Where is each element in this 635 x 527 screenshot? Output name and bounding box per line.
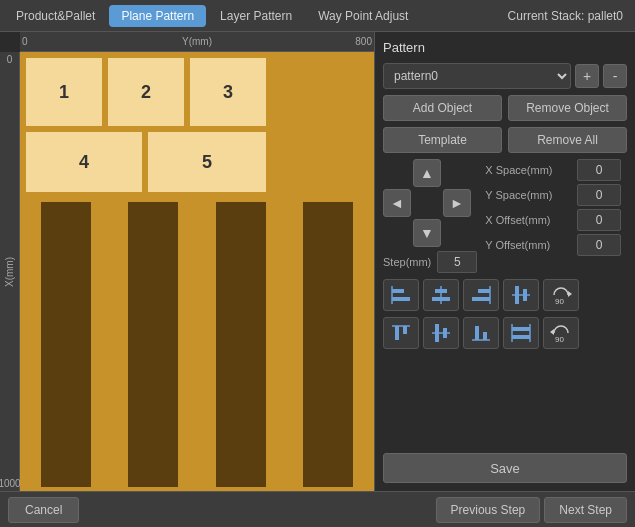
tab-plane-pattern[interactable]: Plane Pattern <box>109 5 206 27</box>
svg-rect-14 <box>395 326 399 340</box>
y-offset-input[interactable] <box>577 234 621 256</box>
bottom-bar: Cancel Previous Step Next Step <box>0 491 635 527</box>
y-space-label: Y Space(mm) <box>485 189 573 201</box>
y-space-input[interactable] <box>577 184 621 206</box>
dpad-left[interactable]: ◄ <box>383 189 411 217</box>
ruler-top-end: 800 <box>355 36 372 47</box>
box-4[interactable]: 4 <box>24 130 144 194</box>
svg-rect-23 <box>512 327 530 331</box>
rotate-cw-button[interactable]: 90 <box>543 279 579 311</box>
svg-rect-20 <box>475 326 479 340</box>
x-offset-input[interactable] <box>577 209 621 231</box>
align-v-mid-button[interactable] <box>423 317 459 349</box>
step-row: Step(mm) <box>383 251 477 273</box>
cancel-button[interactable]: Cancel <box>8 497 79 523</box>
box-5[interactable]: 5 <box>146 130 268 194</box>
save-btn-row: Save <box>383 453 627 483</box>
right-panel: Pattern pattern0 + - Add Object Remove O… <box>375 32 635 491</box>
remove-all-button[interactable]: Remove All <box>508 127 627 153</box>
direction-section: ▲ ◄ ► ▼ Step(mm) X Space(mm) Y Space( <box>383 159 627 273</box>
remove-object-button[interactable]: Remove Object <box>508 95 627 121</box>
box-3[interactable]: 3 <box>188 56 268 128</box>
align-h-right-button[interactable] <box>463 279 499 311</box>
svg-rect-6 <box>478 289 490 293</box>
object-buttons-row: Add Object Remove Object <box>383 95 627 121</box>
align-h-full-button[interactable] <box>503 317 539 349</box>
canvas-area: 0 Y(mm) 800 0 X(mm) 1000 1 2 3 4 5 <box>0 32 375 491</box>
svg-rect-15 <box>403 326 407 334</box>
stripe-4 <box>287 202 371 487</box>
svg-text:90: 90 <box>555 335 564 344</box>
nav-buttons: Previous Step Next Step <box>436 497 627 523</box>
ruler-left-start: 0 <box>7 54 13 65</box>
ruler-top-mid: Y(mm) <box>182 36 212 47</box>
svg-rect-21 <box>483 332 487 340</box>
previous-step-button[interactable]: Previous Step <box>436 497 541 523</box>
tab-product-pallet[interactable]: Product&Pallet <box>4 5 107 27</box>
svg-marker-27 <box>550 329 554 335</box>
save-button[interactable]: Save <box>383 453 627 483</box>
tab-waypoint-adjust[interactable]: Way Point Adjust <box>306 5 420 27</box>
stripe-2 <box>112 202 196 487</box>
top-nav: Product&Pallet Plane Pattern Layer Patte… <box>0 0 635 32</box>
align-v-bot-button[interactable] <box>463 317 499 349</box>
main-content: 0 Y(mm) 800 0 X(mm) 1000 1 2 3 4 5 <box>0 32 635 491</box>
align-v-center-button[interactable] <box>503 279 539 311</box>
spacing-grid: X Space(mm) Y Space(mm) X Offset(mm) Y O… <box>485 159 627 256</box>
x-space-input[interactable] <box>577 159 621 181</box>
ruler-top: 0 Y(mm) 800 <box>20 32 374 52</box>
box-2[interactable]: 2 <box>106 56 186 128</box>
ruler-left-end: 1000 <box>0 478 21 489</box>
x-space-label: X Space(mm) <box>485 164 573 176</box>
ruler-left-label: X(mm) <box>4 257 15 287</box>
box-1[interactable]: 1 <box>24 56 104 128</box>
dpad-down[interactable]: ▼ <box>413 219 441 247</box>
step-label: Step(mm) <box>383 256 431 268</box>
rotate-ccw-button[interactable]: 90 <box>543 317 579 349</box>
current-stack: Current Stack: pallet0 <box>508 9 631 23</box>
stripe-area <box>24 202 370 487</box>
pattern-select[interactable]: pattern0 <box>383 63 571 89</box>
template-buttons-row: Template Remove All <box>383 127 627 153</box>
template-button[interactable]: Template <box>383 127 502 153</box>
add-object-button[interactable]: Add Object <box>383 95 502 121</box>
canvas-grid: 1 2 3 4 5 <box>20 52 374 491</box>
remove-pattern-button[interactable]: - <box>603 64 627 88</box>
tab-layer-pattern[interactable]: Layer Pattern <box>208 5 304 27</box>
stripe-3 <box>199 202 283 487</box>
icon-grid-row2: 90 <box>383 317 627 349</box>
y-offset-label: Y Offset(mm) <box>485 239 573 251</box>
ruler-top-start: 0 <box>22 36 28 47</box>
align-v-top-button[interactable] <box>383 317 419 349</box>
next-step-button[interactable]: Next Step <box>544 497 627 523</box>
align-h-center-button[interactable] <box>423 279 459 311</box>
align-h-left-button[interactable] <box>383 279 419 311</box>
pallet-layout: 1 2 3 4 5 <box>24 56 370 196</box>
dpad-right[interactable]: ► <box>443 189 471 217</box>
icon-grid-row1: 90 <box>383 279 627 311</box>
svg-rect-7 <box>472 297 490 301</box>
svg-rect-24 <box>512 335 530 339</box>
stripe-1 <box>24 202 108 487</box>
svg-marker-12 <box>568 291 572 297</box>
svg-rect-1 <box>392 297 410 301</box>
svg-rect-0 <box>392 289 404 293</box>
pattern-row: pattern0 + - <box>383 63 627 89</box>
step-input[interactable] <box>437 251 477 273</box>
dpad: ▲ ◄ ► ▼ <box>383 159 477 247</box>
dpad-up[interactable]: ▲ <box>413 159 441 187</box>
x-offset-label: X Offset(mm) <box>485 214 573 226</box>
canvas-body: 0 X(mm) 1000 1 2 3 4 5 <box>0 52 374 491</box>
panel-title: Pattern <box>383 40 627 55</box>
add-pattern-button[interactable]: + <box>575 64 599 88</box>
svg-text:90: 90 <box>555 297 564 306</box>
ruler-left: 0 X(mm) 1000 <box>0 52 20 491</box>
